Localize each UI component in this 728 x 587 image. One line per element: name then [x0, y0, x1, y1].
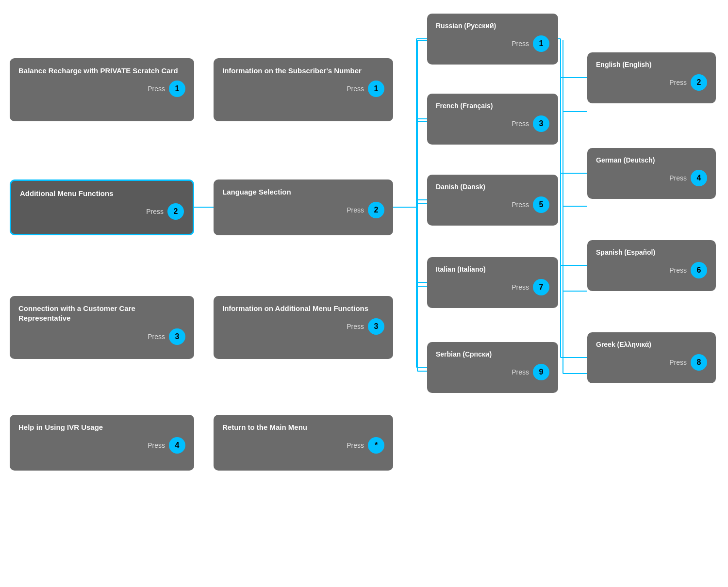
node-greek-badge: 8 [691, 354, 707, 371]
node-russian-press: Press [512, 40, 529, 48]
node-danish: Danish (Dansk) Press 5 [427, 175, 558, 226]
node-connection-press: Press [148, 333, 165, 341]
node-additional-menu: Additional Menu Functions Press 2 [10, 179, 194, 235]
node-balance-press: Press [148, 85, 165, 93]
node-language-selection: Language Selection Press 2 [214, 179, 393, 235]
node-french-label: French (Français) [436, 101, 549, 111]
node-help: Help in Using IVR Usage Press 4 [10, 415, 194, 471]
node-spanish-badge: 6 [691, 262, 707, 278]
node-english-press: Press [669, 79, 687, 86]
node-additional-menu-press: Press [146, 208, 164, 215]
node-balance-label: Balance Recharge with PRIVATE Scratch Ca… [18, 66, 185, 76]
node-connection: Connection with a Customer Care Represen… [10, 296, 194, 359]
node-english-label: English (English) [596, 60, 707, 69]
node-balance-badge: 1 [169, 81, 185, 97]
node-german-badge: 4 [691, 170, 707, 186]
node-greek-label: Greek (Ελληνικά) [596, 340, 707, 349]
node-info-additional-badge: 3 [368, 318, 384, 335]
node-serbian: Serbian (Српски) Press 9 [427, 342, 558, 393]
node-italian-label: Italian (Italiano) [436, 265, 549, 274]
node-greek: Greek (Ελληνικά) Press 8 [587, 332, 716, 383]
node-info-additional-press: Press [347, 323, 364, 330]
node-return-main: Return to the Main Menu Press * [214, 415, 393, 471]
node-return-main-label: Return to the Main Menu [222, 423, 384, 432]
diagram-container: Balance Recharge with PRIVATE Scratch Ca… [0, 0, 728, 587]
node-german-label: German (Deutsch) [596, 156, 707, 165]
node-return-main-badge: * [368, 437, 384, 454]
node-subscriber-info-press: Press [347, 85, 364, 93]
node-italian-badge: 7 [533, 279, 549, 295]
node-spanish-label: Spanish (Español) [596, 248, 707, 257]
node-serbian-label: Serbian (Српски) [436, 350, 549, 359]
node-spanish: Spanish (Español) Press 6 [587, 240, 716, 291]
node-spanish-press: Press [669, 266, 687, 274]
node-connection-badge: 3 [169, 328, 185, 345]
node-connection-label: Connection with a Customer Care Represen… [18, 304, 185, 324]
node-danish-press: Press [512, 201, 529, 209]
node-german: German (Deutsch) Press 4 [587, 148, 716, 199]
node-additional-menu-badge: 2 [167, 203, 184, 220]
node-subscriber-info-label: Information on the Subscriber's Number [222, 66, 384, 76]
node-subscriber-info-badge: 1 [368, 81, 384, 97]
node-english: English (English) Press 2 [587, 52, 716, 103]
node-french-badge: 3 [533, 115, 549, 132]
node-german-press: Press [669, 174, 687, 182]
node-serbian-badge: 9 [533, 364, 549, 380]
node-balance: Balance Recharge with PRIVATE Scratch Ca… [10, 58, 194, 121]
node-help-badge: 4 [169, 437, 185, 454]
node-info-additional: Information on Additional Menu Functions… [214, 296, 393, 359]
node-italian-press: Press [512, 283, 529, 291]
node-additional-menu-label: Additional Menu Functions [20, 189, 184, 198]
node-language-selection-badge: 2 [368, 202, 384, 218]
node-greek-press: Press [669, 359, 687, 366]
node-russian-label: Russian (Русский) [436, 21, 549, 31]
node-russian: Russian (Русский) Press 1 [427, 14, 558, 65]
node-french-press: Press [512, 120, 529, 128]
node-russian-badge: 1 [533, 35, 549, 52]
node-danish-badge: 5 [533, 196, 549, 213]
node-subscriber-info: Information on the Subscriber's Number P… [214, 58, 393, 121]
node-language-selection-label: Language Selection [222, 187, 384, 197]
node-french: French (Français) Press 3 [427, 94, 558, 145]
node-return-main-press: Press [347, 441, 364, 449]
node-info-additional-label: Information on Additional Menu Functions [222, 304, 384, 313]
node-help-label: Help in Using IVR Usage [18, 423, 185, 432]
node-serbian-press: Press [512, 368, 529, 376]
node-help-press: Press [148, 441, 165, 449]
node-language-selection-press: Press [347, 206, 364, 214]
node-danish-label: Danish (Dansk) [436, 182, 549, 192]
node-english-badge: 2 [691, 74, 707, 91]
node-italian: Italian (Italiano) Press 7 [427, 257, 558, 308]
